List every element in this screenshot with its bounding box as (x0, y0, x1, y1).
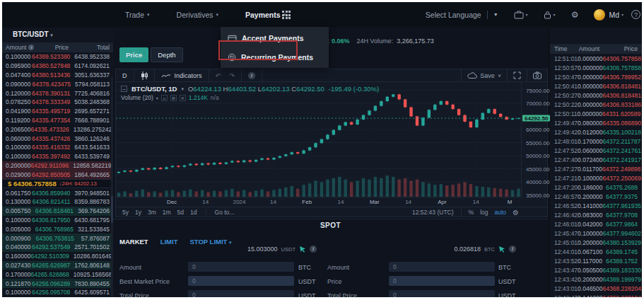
price-axis[interactable]: 75000.0070000.0060000.0055000.0050000.00… (521, 82, 547, 197)
scale-mode-auto[interactable]: auto (494, 209, 506, 216)
trade-history-row[interactable]: 12:50:110.00000064331.620589 (550, 109, 642, 118)
trade-history-row[interactable]: 12:45:470.10000064377.994602 (550, 229, 642, 238)
orderbook-bid-row[interactable]: 0.13000064306.8214118359.886783 (2, 197, 113, 207)
max-pointer-icon[interactable] (498, 246, 505, 253)
orderbook-bid-row[interactable]: 0.00090064306.76381557.876087 (2, 233, 113, 243)
scale-mode-%[interactable]: % (469, 209, 474, 216)
timeframe-1y[interactable]: 1y (135, 209, 141, 216)
tab-market[interactable]: MARKET (119, 238, 148, 246)
trade-history-row[interactable]: 12:49:420.01200064335.100218 (550, 127, 642, 137)
orderbook-ask-row[interactable]: 0.10000064335.3974926433.539749 (2, 152, 113, 161)
orders-menu[interactable]: ▾ (514, 11, 528, 19)
menu-item-accept-payments[interactable]: Accept Payments (221, 28, 329, 47)
orderbook-bid-row[interactable]: 0.10000064306.8179506430.681795 (2, 216, 113, 225)
nav-payments[interactable]: Payments▾ (245, 11, 286, 19)
candle-style-button[interactable] (134, 69, 155, 82)
trade-history-row[interactable]: 12:50:470.00000064306.789952 (550, 72, 642, 81)
buy-amount-input[interactable] (188, 262, 294, 272)
orderbook-bid-row[interactable]: 0.12187064256.0962897830.890455 (2, 279, 113, 288)
collapse-icon[interactable]: – (121, 86, 127, 92)
settings-icon[interactable]: ⚙ (170, 95, 177, 101)
trade-history-row[interactable]: 12:50:270.00000064306.818481 (550, 91, 642, 100)
orderbook-ask-row[interactable]: 0.20000064292.91109612858.582219 (2, 161, 113, 171)
volume-study-label[interactable]: Volume (20) (121, 94, 153, 101)
settings-gear-icon[interactable]: ⚙ (571, 10, 579, 20)
orderbook-ask-row[interactable]: 0.07825064378.3333495038.248368 (2, 98, 113, 107)
tab-stop-limit[interactable]: STOP LIMIT ▾ (189, 238, 231, 246)
orderbook-bid-row[interactable]: 0.04000064292.5375492571.701502 (2, 243, 113, 252)
orderbook-ask-row[interactable]: 0.09000064378.4234755794.058113 (2, 79, 113, 88)
interval-button[interactable]: D (116, 69, 134, 82)
orderbook-ask-row[interactable]: 0.04740064380.5134363051.636337 (2, 71, 113, 80)
trade-history-row[interactable]: 12:42:470.14100064368.828104 (550, 293, 642, 297)
orderbook-ask-row[interactable]: 0.10000064335.4163326433.541633 (2, 143, 113, 152)
sell-price-input[interactable] (389, 276, 495, 286)
security-menu[interactable]: ▾ (544, 11, 556, 19)
trade-history-row[interactable]: 12:43:470.05050064389.183330 (550, 265, 642, 275)
orderbook-ask-row[interactable]: 0.11920064335.4773547668.788901 (2, 116, 113, 125)
orderbook-ask-row[interactable]: 0.02900064292.8505051864.492665 (2, 170, 113, 179)
close-icon[interactable]: ✕ (180, 95, 186, 101)
trade-history-row[interactable]: 12:45:010.20000064380.153929 (550, 238, 642, 247)
orderbook-ask-row[interactable]: 0.09590064380.5278486174.092621 (2, 62, 113, 71)
fullscreen-button[interactable] (507, 69, 527, 82)
timeframe-5y[interactable]: 5y (122, 209, 129, 216)
buy-total-input[interactable] (188, 290, 294, 297)
chart-settings-gear-icon[interactable]: ⚙ (513, 209, 519, 217)
pair-selector[interactable]: BTC/USDT ▾ (2, 28, 113, 40)
orderbook-ask-row[interactable]: 0.10000064389.5233806438.952338 (2, 52, 113, 62)
orderbook-bid-row[interactable]: 0.17000064265.62686810925.156568 (2, 270, 113, 279)
max-pointer-icon[interactable] (299, 246, 306, 253)
orderbook-bid-row[interactable]: 0.16000064292.51030910286.801649 (2, 252, 113, 261)
trade-history-row[interactable]: 12:49:470.08000064335.086890 (550, 118, 642, 127)
eye-icon[interactable]: o (161, 95, 168, 101)
trade-history-row[interactable]: 12:48:010.17000064372.211787 (550, 137, 642, 146)
tab-depth[interactable]: Depth (151, 47, 182, 62)
trade-history-row[interactable]: 12:51:010.00000064306.757858 (550, 54, 642, 63)
save-layout-button[interactable]: Save ∨ (461, 69, 507, 82)
tab-price[interactable]: Price (119, 47, 148, 62)
orderbook-bid-row[interactable]: 0.06175064306.8599403970.948501 (2, 188, 113, 197)
trade-history-row[interactable]: 12:50:570.00000064306.757858 (550, 63, 642, 72)
nav-trade[interactable]: Trade▾ (125, 11, 150, 19)
goto-button[interactable]: Go to... (206, 209, 235, 216)
info-icon[interactable]: i (310, 246, 317, 253)
menu-item-recurring-payments[interactable]: Recurring Payments (221, 47, 329, 67)
orderbook-bid-row[interactable]: 0.00500064306.768965321.533845 (2, 224, 113, 233)
trade-history-row[interactable]: 12:47:520.06000064372.241761 (550, 146, 642, 155)
screenshot-button[interactable] (527, 69, 547, 82)
timeframe-3m[interactable]: 3m (148, 209, 156, 216)
trade-history-row[interactable]: 12:50:220.00000064306.833186 (550, 100, 642, 109)
orderbook-ask-row[interactable]: 0.12000064378.3901317725.406816 (2, 88, 113, 98)
timeframe-5d[interactable]: 5d (177, 209, 184, 216)
help-icon[interactable]: ? (631, 10, 640, 19)
apps-grid-icon[interactable] (282, 11, 291, 19)
orderbook-bid-row[interactable]: 0.02743064265.6269871762.806148 (2, 261, 113, 270)
tab-limit[interactable]: LIMIT (160, 238, 178, 246)
trade-history-row[interactable]: 12:46:570.20000064377.9375 (550, 192, 642, 201)
trade-history-row[interactable]: 12:47:270.01170064372.249898 (550, 164, 642, 173)
orderbook-bid-row[interactable]: 0.10000064256.0957086425.609571 (2, 288, 113, 297)
chart-info-button[interactable]: i (242, 69, 262, 82)
timeframe-1d[interactable]: 1d (190, 209, 197, 216)
trade-history-row[interactable]: 12:43:420.20000064389.199979 (550, 275, 642, 284)
trade-history-row[interactable]: 12:46:010.04200064377.9864 (550, 219, 642, 229)
trade-history-row[interactable]: 12:43:520.11700064389.1752 (550, 256, 642, 265)
trade-history-row[interactable]: 12:47:210.10000064372.250069 (550, 173, 642, 183)
info-icon[interactable]: i (509, 246, 516, 253)
user-menu[interactable]: Md ▾ (594, 9, 623, 21)
trade-history-row[interactable]: 12:47:400.07240064372.241917 (550, 155, 642, 164)
chart-clock[interactable]: 12:52:43 (UTC) (412, 209, 454, 216)
orderbook-ask-row[interactable]: 0.06000064335.4374263860.126246 (2, 134, 113, 143)
orderbook-ask-row[interactable]: 0.20650064335.47332613286.275242 (2, 125, 113, 134)
info-icon[interactable]: i (28, 45, 34, 50)
undo-redo[interactable]: ↶ ↷ (209, 69, 242, 82)
buy-price-input[interactable] (188, 276, 294, 286)
trade-history-row[interactable]: 12:47:200.18600064375.2688 (550, 183, 642, 192)
indicators-button[interactable]: Indicators (155, 69, 209, 82)
chart-symbol[interactable]: BTC/USDT, 1D (131, 85, 177, 93)
trade-history-row[interactable]: 12:50:410.00000064306.818481 (550, 81, 642, 91)
trade-history-row[interactable]: 12:46:520.14100064377.961935 (550, 201, 642, 210)
timeframe-1m[interactable]: 1m (163, 209, 171, 216)
trade-history-row[interactable]: 12:43:010.04650064368.228204 (550, 284, 642, 293)
